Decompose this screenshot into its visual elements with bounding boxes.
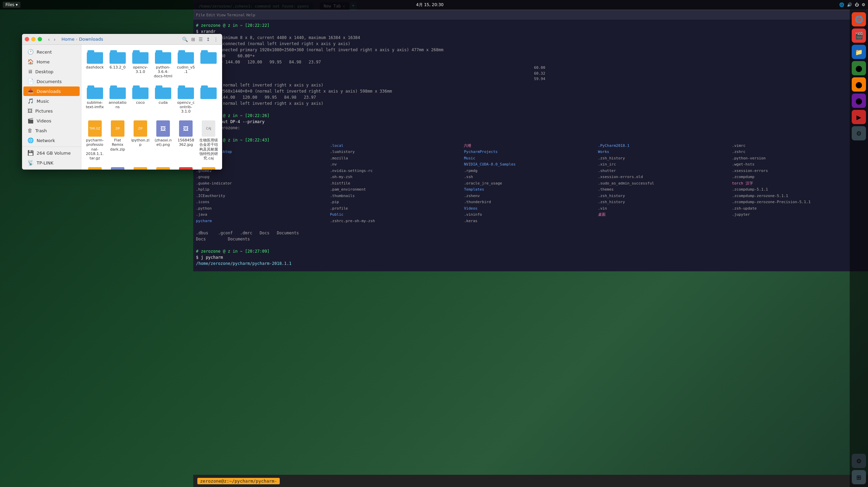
dock-icon-youtube[interactable]: ▶ <box>852 110 866 124</box>
list-item[interactable]: annotations <box>107 83 128 117</box>
network-icon[interactable]: 🌐 <box>839 2 844 7</box>
list-item[interactable]: cudnn_v5.1 <box>175 47 197 81</box>
list-item[interactable]: python-3.6.4-docs-html <box>153 47 174 81</box>
sidebar-item-tp-link[interactable]: 📡 TP-LINK <box>23 158 80 168</box>
sidebar-item-network[interactable]: 🌐 Network <box>23 136 80 145</box>
settings-icon[interactable]: ⚙ <box>862 2 865 7</box>
terminal-menu-help[interactable]: Help <box>246 13 255 17</box>
dock-icon-app2[interactable]: ⬤ <box>852 77 866 92</box>
ls-item: .vimrc <box>732 143 865 149</box>
breadcrumb-current[interactable]: Downloads <box>79 37 103 42</box>
terminal-line: Docs Documents <box>196 236 865 242</box>
folder-icon <box>178 85 194 99</box>
ls-item: .zcompdump-zerozone-5.1.1 <box>732 193 865 199</box>
list-item[interactable]: 6.13.2_0 <box>107 47 128 81</box>
forward-button[interactable]: › <box>53 36 57 43</box>
list-item[interactable]: ZIP [update] ICPR_text_train_part1_20180… <box>153 164 174 170</box>
list-item[interactable] <box>198 47 219 81</box>
ls-item: .xsession-errors <box>732 168 865 174</box>
list-item[interactable]: 🖼 resultsfig.png <box>107 164 128 170</box>
view-grid-icon[interactable]: ⊞ <box>190 36 196 43</box>
sidebar-label-music: Music <box>37 99 49 104</box>
ls-item: Music <box>464 156 597 161</box>
dock-icon-app3[interactable]: ⬤ <box>852 94 866 108</box>
sidebar-item-264gb[interactable]: 💾 264 GB Volume <box>23 148 80 158</box>
list-item[interactable]: dashdock <box>84 47 105 81</box>
back-button[interactable]: ‹ <box>47 36 51 43</box>
ls-item: .nvidia-settings-rc <box>330 168 463 174</box>
sidebar-item-recent[interactable]: 🕐 Recent <box>23 47 80 57</box>
breadcrumb-home[interactable]: Home <box>61 37 74 42</box>
list-item[interactable]: ZIP ICPR_text_train_part2_20180313.zip <box>130 164 151 170</box>
dock-icon-app1[interactable]: ⬤ <box>852 61 866 75</box>
power-icon[interactable]: ⏻ <box>855 2 859 7</box>
sidebar-item-pictures[interactable]: 🖼 Pictures <box>23 106 80 116</box>
list-item[interactable]: PDF dlbook_cn_v0.5-beta.pdf <box>175 164 197 170</box>
terminal-menu-file[interactable]: File <box>196 13 205 17</box>
list-item[interactable]: ZIP ipython.zip <box>130 118 151 163</box>
list-item[interactable]: sublime-text-imfix <box>84 83 105 117</box>
videos-icon: 🎬 <box>27 118 34 124</box>
list-item[interactable]: 🖼 (zhaoxi.net).png <box>153 118 174 163</box>
terminal-content[interactable]: # zerozone @ z in ~ [20:22:22] $ xrandr … <box>193 20 868 271</box>
dock-icon-files[interactable]: 📁 <box>852 45 866 59</box>
ls-item: .zcompdump-zerozone-Precision-5.1.1 <box>732 199 865 205</box>
terminal-line: # zerozone @ z in ~ [20:22:43] <box>196 137 865 143</box>
list-item[interactable]: BZ2 opencv-3.1.0-py36_0.tar.bz2 <box>198 164 219 170</box>
dock-icon-settings[interactable]: ⚙ <box>852 454 866 468</box>
dock-icon-vlc[interactable]: 🎬 <box>852 28 866 43</box>
list-item[interactable]: coco <box>130 83 151 117</box>
ls-item: .PyCharm2018.1 <box>598 143 731 149</box>
list-item[interactable]: 🖼 1568458362.jpg <box>175 118 197 163</box>
sidebar-item-videos[interactable]: 🎬 Videos <box>23 116 80 125</box>
list-item[interactable]: cuda <box>153 83 174 117</box>
ls-item: .oh-my-zsh <box>330 174 463 180</box>
folder-icon <box>132 85 149 99</box>
sidebar-item-downloads[interactable]: 📥 Downloads <box>23 86 80 96</box>
terminal-menu-terminal[interactable]: Terminal <box>227 13 245 17</box>
list-item[interactable] <box>198 83 219 117</box>
terminal-toolbar: File Edit View Terminal Help — ⬜ ✕ <box>193 10 868 20</box>
list-item[interactable]: CAJ 生物医用镁合金若干结构及其耐腐蚀特性的研究.caj <box>198 118 219 163</box>
list-item[interactable]: ZIP Flat Remix dark.zip <box>107 118 128 163</box>
sidebar-item-music[interactable]: 🎵 Music <box>23 96 80 106</box>
terminal-bottom-bar: zerozone@z:~/pycharm/pycharm- <box>193 475 868 487</box>
terminal-line: # zerozone @ z in ~ [20:27:09] <box>196 248 865 254</box>
file-name: 6.13.2_0 <box>110 65 126 70</box>
ls-item: 六维 <box>464 143 597 149</box>
window-minimize-button[interactable] <box>31 37 36 41</box>
pictures-icon: 🖼 <box>27 108 33 114</box>
terminal-line: $ xr --output DP-4 --primary <box>196 119 865 125</box>
desktop-icon: 🖥 <box>27 69 33 75</box>
dock-icon-github[interactable]: ⚙ <box>852 126 866 140</box>
sidebar-item-trash[interactable]: 🗑 Trash <box>23 126 80 135</box>
sort-icon[interactable]: ↕ <box>205 36 211 43</box>
image-icon: 🖼 <box>179 120 193 137</box>
window-close-button[interactable] <box>25 37 29 41</box>
folder-icon <box>132 50 149 64</box>
sidebar-item-desktop[interactable]: 🖥 Desktop <box>23 67 80 76</box>
files-menu-button[interactable]: Files ▾ <box>3 2 20 8</box>
sidebar-label-desktop: Desktop <box>35 69 54 74</box>
terminal-line: DVI-I-1 connected primary 1920x1080+2560… <box>196 47 865 53</box>
sidebar-item-documents[interactable]: 📄 Documents <box>23 77 80 86</box>
search-icon[interactable]: 🔍 <box>181 36 189 43</box>
sidebar-label-network: Network <box>37 138 55 143</box>
dock-icon-grid[interactable]: ⊞ <box>852 470 866 484</box>
file-name: pycharm-professional-2018.1.1.tar.gz <box>85 138 104 160</box>
terminal-menu-view[interactable]: View <box>217 13 226 17</box>
view-list-icon[interactable]: ☰ <box>198 36 204 43</box>
sidebar-item-home[interactable]: 🏠 Home <box>23 57 80 66</box>
list-item[interactable]: ZIP 分布式多媒体体考试资料.zip <box>84 164 105 170</box>
window-maximize-button[interactable] <box>38 37 42 41</box>
tp-link-icon: 📡 <box>27 160 34 166</box>
list-item[interactable]: opencv_contrib-3.1.0 <box>175 83 197 117</box>
ls-item: .zsh_history <box>598 199 731 205</box>
terminal-menu-edit[interactable]: Edit <box>206 13 216 17</box>
list-item[interactable]: opencv-3.1.0 <box>130 47 151 81</box>
volume-icon[interactable]: 🔊 <box>847 2 852 7</box>
dock-icon-chrome[interactable]: 🌐 <box>852 12 866 26</box>
terminal-line: # zerozone @ z in ~ [20:22:22] <box>196 22 865 28</box>
more-icon[interactable]: ⋮ <box>213 36 219 43</box>
list-item[interactable]: TAR.GZ pycharm-professional-2018.1.1.tar… <box>84 118 105 163</box>
